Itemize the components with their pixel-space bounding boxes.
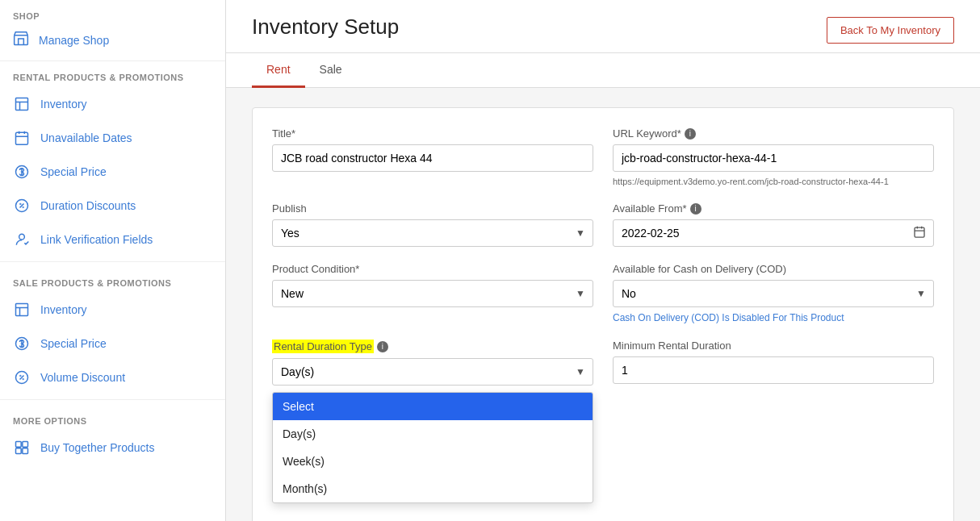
min-rental-duration-label: Minimum Rental Duration <box>613 340 934 352</box>
main-content: Inventory Setup Back To My Inventory Ren… <box>226 0 980 521</box>
dropdown-option-months[interactable]: Month(s) <box>273 475 593 502</box>
publish-select-wrap: Yes No ▼ <box>272 219 593 247</box>
sidebar: SHOP Manage Shop RENTAL PRODUCTS & PROMO… <box>0 0 226 521</box>
min-rental-duration-input[interactable] <box>613 356 934 384</box>
unavailable-dates-label: Unavailable Dates <box>40 131 132 144</box>
min-rental-duration-group: Minimum Rental Duration <box>613 340 934 503</box>
title-label: Title* <box>272 127 593 140</box>
url-keyword-input[interactable] <box>613 144 934 172</box>
sale-special-price-label: Special Price <box>40 337 107 350</box>
svg-rect-2 <box>16 132 28 144</box>
tab-bar: Rent Sale <box>226 53 980 88</box>
title-group: Title* <box>272 127 593 186</box>
box-icon <box>13 95 31 113</box>
publish-group: Publish Yes No ▼ <box>272 202 593 247</box>
svg-rect-6 <box>16 304 28 316</box>
page-header: Inventory Setup Back To My Inventory <box>226 0 980 53</box>
link-verification-label: Link Verification Fields <box>40 233 153 246</box>
cod-group: Available for Cash on Delivery (COD) No … <box>613 263 934 323</box>
dropdown-option-weeks[interactable]: Week(s) <box>273 448 593 475</box>
available-from-wrap <box>613 219 934 247</box>
product-condition-label: Product Condition* <box>272 263 593 275</box>
form-row-rental-duration: Rental Duration Type i Day(s) Week(s) Mo… <box>272 340 934 503</box>
available-from-input[interactable] <box>613 219 934 247</box>
url-keyword-group: URL Keyword* i https://equipment.v3demo.… <box>613 127 934 186</box>
sidebar-item-special-price[interactable]: Special Price <box>0 155 225 189</box>
publish-label: Publish <box>272 202 593 215</box>
dropdown-option-days[interactable]: Day(s) <box>273 420 593 448</box>
form-card: Title* URL Keyword* i https://equipment.… <box>252 107 954 521</box>
sale-dollar-icon <box>13 335 31 352</box>
rental-duration-info-icon[interactable]: i <box>377 341 388 352</box>
shop-section: SHOP Manage Shop <box>0 0 225 61</box>
product-condition-group: Product Condition* New Used ▼ <box>272 263 593 323</box>
cod-label: Available for Cash on Delivery (COD) <box>613 263 934 275</box>
product-condition-select-wrap: New Used ▼ <box>272 280 593 307</box>
duration-discounts-label: Duration Discounts <box>40 199 136 212</box>
manage-shop-item[interactable]: Manage Shop <box>13 27 212 52</box>
sidebar-item-volume-discount[interactable]: Volume Discount <box>0 361 225 394</box>
rental-duration-label: Rental Duration Type i <box>272 340 593 353</box>
sale-section-label: SALE PRODUCTS & PROMOTIONS <box>0 267 225 293</box>
form-row-condition-cod: Product Condition* New Used ▼ Available … <box>272 263 934 323</box>
rental-duration-select-wrap: Day(s) Week(s) Month(s) ▼ <box>272 358 593 386</box>
sidebar-item-sale-special-price[interactable]: Special Price <box>0 327 225 361</box>
buy-together-label: Buy Together Products <box>40 441 154 454</box>
url-keyword-label: URL Keyword* i <box>613 127 934 140</box>
svg-rect-10 <box>23 442 28 448</box>
sidebar-item-duration-discounts[interactable]: Duration Discounts <box>0 189 225 223</box>
rental-inventory-label: Inventory <box>40 98 87 110</box>
rental-section-label: RENTAL PRODUCTS & PROMOTIONS <box>0 61 225 87</box>
available-from-info-icon[interactable]: i <box>690 203 701 215</box>
rental-duration-select[interactable]: Day(s) Week(s) Month(s) <box>272 358 593 386</box>
sale-inventory-label: Inventory <box>40 303 87 316</box>
svg-rect-9 <box>16 442 22 448</box>
user-check-icon <box>13 231 31 248</box>
svg-rect-12 <box>23 448 28 454</box>
url-hint: https://equipment.v3demo.yo-rent.com/jcb… <box>613 177 934 186</box>
special-price-label: Special Price <box>40 165 107 178</box>
sale-box-icon <box>13 301 31 319</box>
cod-select[interactable]: No Yes <box>613 280 934 307</box>
product-condition-select[interactable]: New Used <box>272 280 593 307</box>
store-icon <box>13 31 29 49</box>
dollar-circle-icon <box>13 163 31 181</box>
svg-rect-11 <box>16 448 22 454</box>
title-input[interactable] <box>272 144 593 172</box>
shop-section-label: SHOP <box>13 11 212 21</box>
svg-rect-1 <box>16 98 28 110</box>
sidebar-item-buy-together[interactable]: Buy Together Products <box>0 431 225 465</box>
tab-sale[interactable]: Sale <box>305 53 357 88</box>
rental-duration-dropdown: Select Day(s) Week(s) Month(s) <box>272 392 593 503</box>
rental-duration-text: Rental Duration Type <box>272 340 374 353</box>
sidebar-item-rental-inventory[interactable]: Inventory <box>0 87 225 121</box>
volume-percent-icon <box>13 369 31 386</box>
manage-shop-label: Manage Shop <box>39 34 109 47</box>
calendar-icon <box>13 129 31 147</box>
dropdown-option-select[interactable]: Select <box>273 393 593 420</box>
publish-select[interactable]: Yes No <box>272 219 593 247</box>
svg-rect-0 <box>15 35 28 45</box>
available-from-group: Available From* i <box>613 202 934 247</box>
more-section-label: MORE OPTIONS <box>0 405 225 431</box>
grid-icon <box>13 439 31 456</box>
percent-icon <box>13 197 31 215</box>
cod-select-wrap: No Yes ▼ <box>613 280 934 307</box>
form-row-title-url: Title* URL Keyword* i https://equipment.… <box>272 127 934 186</box>
sidebar-item-sale-inventory[interactable]: Inventory <box>0 293 225 327</box>
volume-discount-label: Volume Discount <box>40 371 125 384</box>
form-area: Title* URL Keyword* i https://equipment.… <box>226 88 980 521</box>
rental-duration-group: Rental Duration Type i Day(s) Week(s) Mo… <box>272 340 593 503</box>
cod-disabled-text: Cash On Delivery (COD) Is Disabled For T… <box>613 312 934 323</box>
tab-rent[interactable]: Rent <box>252 53 305 88</box>
available-from-label: Available From* i <box>613 202 934 215</box>
page-title: Inventory Setup <box>252 15 399 52</box>
url-info-icon[interactable]: i <box>685 128 696 140</box>
sidebar-item-link-verification[interactable]: Link Verification Fields <box>0 223 225 256</box>
svg-point-5 <box>19 234 25 240</box>
sidebar-item-unavailable-dates[interactable]: Unavailable Dates <box>0 121 225 155</box>
back-to-inventory-button[interactable]: Back To My Inventory <box>827 17 954 44</box>
form-row-publish-available: Publish Yes No ▼ Available From* i <box>272 202 934 247</box>
